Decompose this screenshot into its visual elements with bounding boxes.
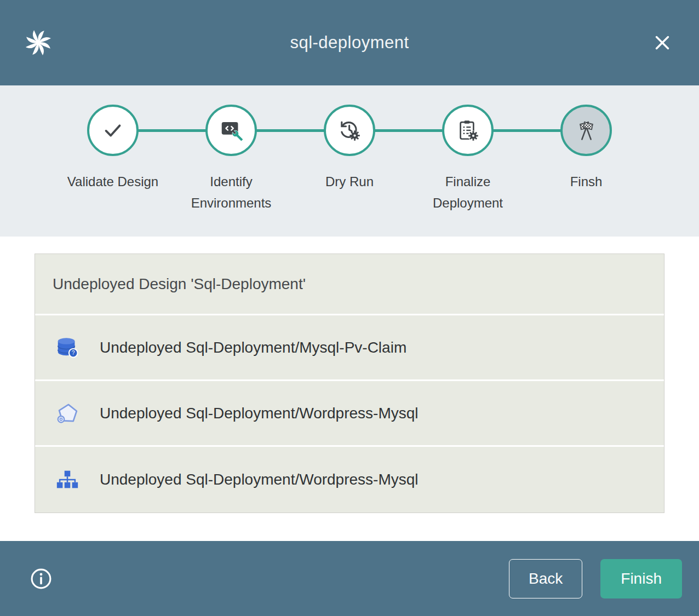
list-item-text: Undeployed Sql-Deployment/Mysql-Pv-Claim [100, 339, 406, 356]
step-validate-design: Validate Design [54, 105, 172, 214]
results-header-text: Undeployed Design 'Sql-Deployment' [53, 275, 306, 293]
code-wrench-icon [219, 118, 244, 143]
finish-button[interactable]: Finish [600, 559, 682, 598]
step-circle-identify-environments[interactable] [205, 105, 257, 156]
results-panel: Undeployed Design 'Sql-Deployment' ? Und… [35, 254, 664, 513]
database-icon: ? [55, 335, 80, 360]
list-item-text: Undeployed Sql-Deployment/Wordpress-Mysq… [100, 471, 419, 488]
hierarchy-icon [55, 467, 80, 492]
info-icon [29, 567, 53, 591]
step-circle-dry-run[interactable] [324, 105, 375, 156]
close-icon [651, 31, 674, 54]
dialog-title: sql-deployment [56, 33, 643, 53]
history-gear-icon [337, 118, 362, 143]
step-circle-finalize-deployment[interactable] [442, 105, 494, 156]
pentagon-shape-icon [55, 401, 80, 426]
app-logo-icon [23, 27, 56, 58]
dialog-header: sql-deployment [0, 0, 699, 85]
dialog-footer: Back Finish [0, 541, 699, 616]
check-icon [100, 118, 125, 143]
svg-text:?: ? [72, 350, 75, 356]
pinwheel-logo-icon [23, 27, 54, 58]
step-label: Identify Environments [180, 171, 282, 214]
step-finalize-deployment: Finalize Deployment [409, 105, 527, 214]
checkered-flags-icon [574, 118, 599, 143]
deployment-results: Undeployed Design 'Sql-Deployment' ? Und… [0, 237, 699, 541]
list-item-text: Undeployed Sql-Deployment/Wordpress-Mysq… [100, 405, 419, 422]
list-item: Undeployed Sql-Deployment/Wordpress-Mysq… [35, 381, 664, 447]
close-button[interactable] [649, 29, 676, 56]
step-label: Finalize Deployment [417, 171, 519, 214]
step-finish: Finsh [527, 105, 645, 214]
info-button[interactable] [29, 567, 53, 591]
results-header-row: Undeployed Design 'Sql-Deployment' [35, 254, 664, 315]
step-dry-run: Dry Run [290, 105, 409, 214]
step-circle-validate-design[interactable] [87, 105, 139, 156]
list-item: Undeployed Sql-Deployment/Wordpress-Mysq… [35, 447, 664, 513]
deployment-wizard-dialog: sql-deployment [0, 0, 699, 616]
list-item: ? Undeployed Sql-Deployment/Mysql-Pv-Cla… [35, 315, 664, 381]
step-label: Validate Design [67, 171, 158, 193]
back-button[interactable]: Back [509, 559, 582, 598]
step-circle-finish[interactable] [560, 105, 612, 156]
step-label: Dry Run [325, 171, 374, 193]
wizard-stepper: Validate Design Identify Environments [0, 85, 699, 237]
clipboard-gear-icon [455, 118, 480, 143]
step-label: Finsh [570, 171, 603, 193]
step-identify-environments: Identify Environments [172, 105, 290, 214]
